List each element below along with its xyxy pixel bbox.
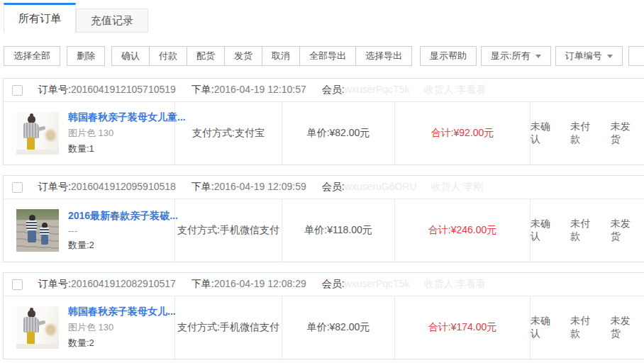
- unit-price-cell: 单价:¥82.00元: [282, 102, 395, 164]
- product-title-link[interactable]: 韩国春秋亲子装母女儿童...: [68, 111, 174, 124]
- cancel-button[interactable]: 取消: [262, 46, 300, 66]
- order-header: 订单号:2016041912082910517 下单:2016-04-19 12…: [4, 273, 644, 296]
- placed-value: 2016-04-19 12:10:57: [214, 84, 306, 95]
- placed-value: 2016-04-19 12:09:59: [214, 181, 306, 192]
- payment-method-cell: 支付方式:手机微信支付: [175, 199, 282, 262]
- total-price: 合计:¥92.00元: [431, 127, 494, 140]
- member-value-redacted: wxuserPqcT5k: [345, 278, 410, 289]
- order-no-filter-label: 订单编号: [565, 50, 602, 62]
- order-card: 订单号:2016041912105710519 下单:2016-04-19 12…: [3, 78, 644, 165]
- unit-price-cell: 单价:¥118.00元: [282, 199, 395, 262]
- unit-price-cell: 单价:¥82.00元: [282, 296, 395, 359]
- placed-label: 下单:: [191, 278, 214, 289]
- order-actions-group: 确认 付款 配货 发货 取消 全部导出 选择导出: [111, 46, 412, 66]
- order-member: 会员:wxuserPqcT5k收货人:李看看: [322, 278, 487, 291]
- order-header: 订单号:2016041912105710519 下单:2016-04-19 12…: [4, 79, 644, 102]
- status-unpaid: 未付款: [570, 121, 599, 146]
- total-price: 合计:¥174.00元: [428, 321, 497, 334]
- order-checkbox[interactable]: [12, 182, 23, 193]
- order-no-filter-dropdown[interactable]: 订单编号: [555, 46, 623, 66]
- product-image[interactable]: [16, 112, 59, 155]
- allocate-button[interactable]: 配货: [187, 46, 225, 66]
- order-header: 订单号:2016041912095910518 下单:2016-04-19 12…: [4, 176, 644, 199]
- tab-recharge-records[interactable]: 充值记录: [76, 9, 148, 33]
- order-number: 订单号:2016041912095910518: [38, 181, 176, 194]
- status-cell: 未确认 未付款 未发货: [531, 199, 644, 262]
- product-info: 韩国春秋亲子装母女儿童... 图片色 130 数量:1: [68, 111, 174, 155]
- placed-label: 下单:: [191, 84, 214, 95]
- product-info: 2016最新春款亲子装破... --- 数量:2: [68, 210, 174, 252]
- status-cell: 未确认 未付款 未发货: [531, 102, 644, 164]
- order-number: 订单号:2016041912105710519: [38, 84, 176, 96]
- product-image[interactable]: [16, 306, 59, 349]
- chevron-down-icon: [535, 55, 541, 58]
- status-unshipped: 未发货: [611, 121, 639, 146]
- order-no-value: 2016041912095910518: [71, 181, 176, 192]
- order-placed-time: 下单:2016-04-19 12:08:29: [191, 278, 306, 291]
- product-quantity: 数量:2: [68, 239, 174, 252]
- order-row: 韩国春秋亲子装母女儿... 图片色 130 数量:2 支付方式:手机微信支付 单…: [4, 296, 644, 359]
- order-no-label: 订单号:: [38, 181, 71, 192]
- order-card: 订单号:2016041912095910518 下单:2016-04-19 12…: [3, 175, 644, 262]
- product-quantity: 数量:2: [68, 337, 174, 350]
- status-unpaid: 未付款: [570, 218, 599, 243]
- display-filter-dropdown[interactable]: 显示:所有: [481, 46, 551, 66]
- product-title-link[interactable]: 2016最新春款亲子装破...: [68, 210, 174, 223]
- order-checkbox[interactable]: [12, 279, 23, 290]
- tab-all-orders[interactable]: 所有订单: [4, 3, 76, 33]
- product-info: 韩国春秋亲子装母女儿... 图片色 130 数量:2: [68, 306, 174, 350]
- product-quantity: 数量:1: [68, 143, 174, 155]
- member-label: 会员:: [322, 278, 345, 289]
- order-member: 会员:wxuseruG6ORU收货人:李刚: [322, 181, 484, 194]
- status-cell: 未确认 未付款 未发货: [531, 296, 644, 359]
- product-variant: 图片色 130: [68, 127, 174, 140]
- placed-value: 2016-04-19 12:08:29: [214, 278, 306, 289]
- toolbar: 选择全部 删除 确认 付款 配货 发货 取消 全部导出 选择导出 显示帮助 显示…: [0, 45, 644, 67]
- order-row: 韩国春秋亲子装母女儿童... 图片色 130 数量:1 支付方式:支付宝 单价:…: [4, 102, 644, 164]
- order-list: 订单号:2016041912105710519 下单:2016-04-19 12…: [0, 78, 644, 359]
- product-variant: ---: [68, 225, 174, 236]
- order-search-input[interactable]: [628, 46, 644, 66]
- member-label: 会员:: [322, 181, 345, 192]
- product-title-link[interactable]: 韩国春秋亲子装母女儿...: [68, 306, 174, 318]
- status-unconfirmed: 未确认: [531, 121, 559, 146]
- chevron-down-icon: [607, 55, 613, 58]
- product-cell: 韩国春秋亲子装母女儿童... 图片色 130 数量:1: [4, 102, 175, 164]
- payment-method-cell: 支付方式:支付宝: [175, 102, 282, 164]
- order-no-value: 2016041912082910517: [71, 278, 176, 289]
- receiver-redacted: 收货人:李刚: [431, 181, 484, 192]
- payment-method-cell: 支付方式:手机微信支付: [175, 296, 282, 359]
- delete-button[interactable]: 删除: [67, 46, 105, 66]
- total-price: 合计:¥246.00元: [428, 224, 497, 237]
- total-price-cell: 合计:¥174.00元: [395, 296, 531, 359]
- status-unshipped: 未发货: [611, 218, 639, 243]
- status-unpaid: 未付款: [570, 315, 599, 340]
- select-all-button[interactable]: 选择全部: [4, 46, 60, 66]
- product-image[interactable]: [16, 209, 59, 252]
- status-unshipped: 未发货: [611, 315, 639, 340]
- order-card: 订单号:2016041912082910517 下单:2016-04-19 12…: [3, 272, 644, 359]
- status-unconfirmed: 未确认: [531, 218, 559, 243]
- product-cell: 韩国春秋亲子装母女儿... 图片色 130 数量:2: [4, 296, 175, 359]
- product-cell: 2016最新春款亲子装破... --- 数量:2: [4, 199, 175, 262]
- order-number: 订单号:2016041912082910517: [38, 278, 176, 291]
- display-filter-label: 显示:所有: [491, 50, 531, 62]
- placed-label: 下单:: [191, 181, 214, 192]
- status-unconfirmed: 未确认: [531, 315, 559, 340]
- pay-button[interactable]: 付款: [149, 46, 187, 66]
- member-label: 会员:: [322, 84, 345, 95]
- member-value-redacted: wxuserPqcT5k: [345, 84, 410, 95]
- ship-button[interactable]: 发货: [224, 46, 262, 66]
- export-selected-button[interactable]: 选择导出: [355, 46, 412, 66]
- total-price-cell: 合计:¥92.00元: [395, 102, 531, 164]
- export-all-button[interactable]: 全部导出: [299, 46, 356, 66]
- order-row: 2016最新春款亲子装破... --- 数量:2 支付方式:手机微信支付 单价:…: [4, 199, 644, 262]
- order-placed-time: 下单:2016-04-19 12:09:59: [191, 181, 306, 194]
- confirm-button[interactable]: 确认: [111, 46, 150, 66]
- order-placed-time: 下单:2016-04-19 12:10:57: [191, 84, 306, 96]
- order-no-value: 2016041912105710519: [71, 84, 176, 95]
- total-price-cell: 合计:¥246.00元: [395, 199, 531, 262]
- order-checkbox[interactable]: [12, 85, 23, 96]
- show-help-button[interactable]: 显示帮助: [420, 46, 477, 66]
- receiver-redacted: 收货人:李看看: [423, 84, 486, 95]
